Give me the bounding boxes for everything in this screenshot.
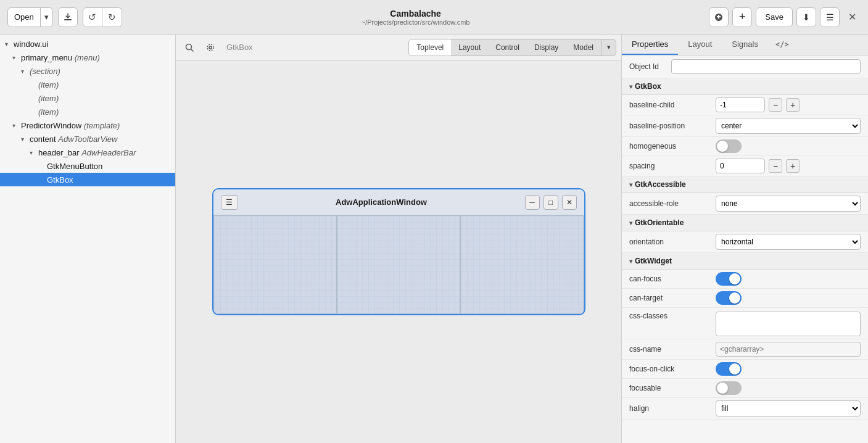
section-gtkbox-title: GtkBox [635, 82, 661, 91]
focus-on-click-toggle-knob [729, 363, 740, 375]
tab-code[interactable]: </> [768, 35, 796, 55]
app-menu-button[interactable]: ☰ [221, 195, 238, 210]
css-name-input[interactable] [716, 342, 861, 357]
prop-css-name: css-name [622, 339, 868, 360]
tab-toplevel[interactable]: Toplevel [409, 39, 451, 56]
orientation-select[interactable]: horizontal vertical [716, 234, 861, 250]
focus-on-click-toggle[interactable] [716, 362, 742, 376]
close-button[interactable]: ✕ [843, 9, 861, 26]
can-focus-toggle[interactable] [716, 272, 742, 286]
prop-label-css-name: css-name [629, 345, 716, 354]
section-gtkwidget[interactable]: ▾ GtkWidget [622, 253, 868, 270]
prop-value-spacing: − + [716, 159, 861, 173]
section-gtkaccessible[interactable]: ▾ GtkAccessible [622, 176, 868, 193]
prop-can-target: can-target [622, 289, 868, 308]
baseline-position-select[interactable]: center top bottom [716, 118, 861, 134]
tab-model[interactable]: Model [566, 39, 601, 56]
accessible-role-select[interactable]: none button checkbox [716, 196, 861, 212]
app-window-controls: ─ □ ✕ [525, 195, 577, 210]
prop-label-can-target: can-target [629, 294, 716, 302]
section-gtkorientable-title: GtkOrientable [635, 218, 684, 227]
prop-value-baseline-position: center top bottom [716, 118, 861, 134]
prop-label-baseline-child: baseline-child [629, 101, 716, 109]
section-gtkwidget-title: GtkWidget [635, 257, 672, 265]
tree-item-primary-menu[interactable]: ▾ primary_menu (menu) [0, 51, 175, 64]
open-button[interactable]: Open ▾ [7, 7, 53, 27]
tab-properties[interactable]: Properties [622, 35, 678, 55]
prop-orientation: orientation horizontal vertical [622, 231, 868, 253]
tree-label: (section) [30, 67, 60, 76]
halign-select[interactable]: fill start end center baseline [716, 400, 861, 416]
svg-point-3 [209, 46, 212, 49]
spacing-increment[interactable]: + [786, 159, 800, 173]
section-gtkorientable[interactable]: ▾ GtkOrientable [622, 215, 868, 231]
bird-icon-button[interactable] [709, 7, 729, 27]
spacing-decrement[interactable]: − [769, 159, 782, 173]
prop-label-baseline-position: baseline-position [629, 122, 716, 130]
tree-item-item-1[interactable]: (item) [0, 78, 175, 91]
app-minimize-button[interactable]: ─ [525, 195, 540, 210]
tree-item-gtk-box[interactable]: GtkBox [0, 173, 175, 186]
prop-value-focus-on-click [716, 362, 861, 376]
open-dropdown-arrow[interactable]: ▾ [40, 8, 52, 27]
widget-name: GtkBox [223, 43, 257, 52]
app-close-icon: ✕ [566, 198, 572, 207]
tree-item-header-bar[interactable]: ▾ header_bar AdwHeaderBar [0, 146, 175, 159]
svg-line-2 [191, 49, 194, 51]
tab-layout[interactable]: Layout [451, 39, 488, 56]
prop-baseline-child: baseline-child − + [622, 95, 868, 115]
baseline-child-decrement[interactable]: − [769, 98, 782, 112]
add-button[interactable]: + [732, 7, 752, 27]
baseline-child-increment[interactable]: + [786, 98, 800, 112]
section-gtkbox[interactable]: ▾ GtkBox [622, 78, 868, 95]
hamburger-icon: ☰ [826, 12, 834, 22]
baseline-child-input[interactable] [716, 97, 765, 112]
tree-item-content[interactable]: ▾ content AdwToolbarView [0, 132, 175, 146]
tree-item-window-ui[interactable]: ▾ window.ui [0, 37, 175, 51]
app-maximize-button[interactable]: □ [544, 195, 558, 210]
prop-value-baseline-child: − + [716, 97, 861, 112]
app-window-titlebar: ☰ AdwApplicationWindow ─ □ ✕ [213, 189, 584, 215]
export-button[interactable] [58, 7, 78, 27]
download-button[interactable]: ⬇ [796, 7, 816, 27]
gear-icon [206, 43, 215, 52]
prop-value-can-focus [716, 272, 861, 286]
object-id-label: Object Id [629, 62, 666, 71]
tree-item-section[interactable]: ▾ (section) [0, 64, 175, 78]
prop-value-css-classes [716, 312, 861, 336]
redo-button[interactable]: ↻ [102, 7, 122, 27]
tree-item-gtk-menu-button[interactable]: GtkMenuButton [0, 159, 175, 173]
undo-button[interactable]: ↺ [83, 7, 102, 27]
app-window-content [213, 215, 584, 314]
sidebar: ▾ window.ui ▾ primary_menu (menu) ▾ (sec… [0, 35, 176, 443]
tree-item-item-2[interactable]: (item) [0, 91, 175, 105]
bird-icon [713, 12, 724, 23]
tree-arrow: ▾ [12, 122, 21, 129]
section-gtkbox-arrow: ▾ [629, 83, 632, 90]
search-button[interactable] [181, 39, 198, 56]
titlebar: Open ▾ ↺ ↻ Cambalache ~/Projects/predict… [0, 0, 868, 35]
tree-item-item-3[interactable]: (item) [0, 105, 175, 118]
prop-label-css-classes: css-classes [629, 312, 716, 320]
prop-focus-on-click: focus-on-click [622, 360, 868, 379]
tree-arrow: ▾ [12, 54, 21, 61]
tree-item-predictor-window[interactable]: ▾ PredictorWindow (template) [0, 118, 175, 132]
gear-button[interactable] [202, 39, 219, 56]
tab-layout-props[interactable]: Layout [678, 35, 722, 55]
tab-signals[interactable]: Signals [722, 35, 768, 55]
prop-value-can-target [716, 291, 861, 305]
menu-button[interactable]: ☰ [820, 7, 840, 27]
focusable-toggle[interactable] [716, 381, 742, 395]
homogeneous-toggle[interactable] [716, 139, 742, 153]
css-classes-input[interactable] [716, 312, 861, 336]
grid-pane-1 [213, 215, 337, 314]
tabs-more[interactable]: ▾ [601, 39, 616, 56]
tab-display[interactable]: Display [527, 39, 566, 56]
save-button[interactable]: Save [756, 7, 793, 27]
can-target-toggle[interactable] [716, 291, 742, 305]
prop-baseline-position: baseline-position center top bottom [622, 115, 868, 137]
spacing-input[interactable] [716, 159, 765, 173]
tab-control[interactable]: Control [488, 39, 527, 56]
app-close-button[interactable]: ✕ [562, 195, 577, 210]
object-id-input[interactable] [671, 59, 861, 74]
